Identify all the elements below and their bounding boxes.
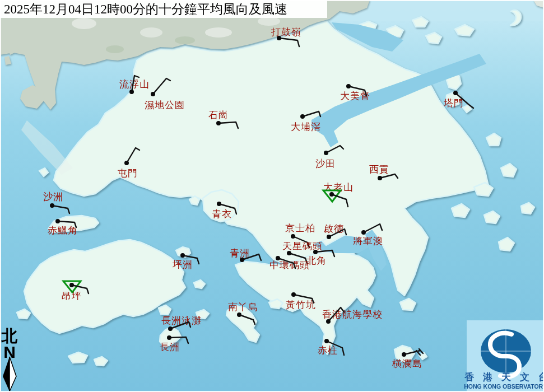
urban-texture-6	[106, 45, 124, 53]
station-dot	[124, 161, 129, 165]
station-dot	[151, 92, 155, 96]
station-dot	[378, 176, 382, 180]
station-dot	[276, 256, 280, 260]
station-dot	[346, 84, 351, 88]
station-dot	[402, 352, 406, 357]
station-label: 石崗	[208, 109, 229, 120]
station-label: 北角	[306, 255, 327, 266]
station-dot	[313, 250, 318, 254]
station-label: 流浮山	[119, 78, 150, 90]
station-label: 黃竹坑	[286, 299, 316, 310]
station-label: 京士柏	[285, 222, 315, 234]
station-label: 啟德	[324, 223, 344, 234]
station-dot	[168, 326, 173, 331]
station-dot	[237, 312, 241, 317]
wind-map-screenshot: 打鼓嶺 流浮山 濕地公園 石崗 大埔滘 大美督	[0, 0, 544, 392]
station-label: 沙田	[315, 158, 336, 169]
station-dot	[240, 258, 244, 262]
station-dot	[453, 91, 458, 95]
station-label: 長洲	[160, 341, 180, 352]
urban-texture-2	[140, 27, 162, 38]
station-dot	[287, 251, 291, 255]
urban-texture-3	[205, 27, 232, 38]
station-label: 天星碼頭	[282, 240, 323, 251]
station-dot	[300, 114, 305, 119]
station-dot	[217, 202, 221, 206]
station-label: 西貢	[369, 164, 389, 175]
station-label: 南丫島	[228, 301, 258, 312]
station-label: 青洲	[230, 248, 250, 259]
station-label: 橫瀾島	[392, 358, 422, 369]
map-title: 2025年12月04日12時00分的十分鐘平均風向及風速	[4, 2, 287, 16]
urban-texture-5	[175, 36, 195, 44]
urban-texture-4	[258, 17, 280, 26]
station-label: 坪洲	[173, 259, 193, 270]
station-dot	[361, 230, 366, 235]
hong-kong-wind-map: 打鼓嶺 流浮山 濕地公園 石崗 大埔滘 大美督	[0, 0, 544, 392]
station-dot	[69, 283, 74, 287]
title-bar: 2025年12月04日12時00分的十分鐘平均風向及風速	[0, 0, 327, 18]
station-dot	[324, 151, 328, 155]
station-label: 中環碼頭	[269, 259, 310, 270]
station-dot	[277, 36, 281, 40]
logo-name-english: HONG KONG OBSERVATORY	[464, 383, 544, 390]
station-dot	[216, 121, 221, 125]
station-dot	[167, 335, 171, 340]
station-label: 屯門	[118, 167, 138, 179]
station-dot	[291, 292, 296, 297]
station-label: 塔門	[443, 97, 464, 109]
station-dot	[326, 319, 331, 324]
logo-name-chinese: 香 港 天 文 台	[464, 371, 544, 382]
station-label: 將軍澳	[353, 235, 383, 246]
station-label: 打鼓嶺	[271, 26, 301, 38]
station-dot	[291, 234, 295, 239]
station-dot	[180, 253, 185, 258]
station-label: 赤柱	[318, 344, 338, 356]
station-dot	[129, 90, 134, 94]
hko-logo: 香 港 天 文 台 HONG KONG OBSERVATORY	[464, 320, 544, 392]
station-dot	[324, 339, 329, 343]
station-dot	[329, 192, 334, 197]
station-dot	[55, 219, 60, 223]
station-label: 青衣	[212, 208, 232, 220]
urban-texture-1	[72, 18, 96, 29]
station-dot	[50, 203, 54, 208]
station-label: 濕地公園	[145, 99, 185, 110]
station-label: 大埔滘	[291, 121, 321, 132]
station-dot	[327, 235, 331, 239]
station-label: 赤鱲角	[48, 225, 78, 236]
station-label: 沙洲	[43, 191, 63, 202]
